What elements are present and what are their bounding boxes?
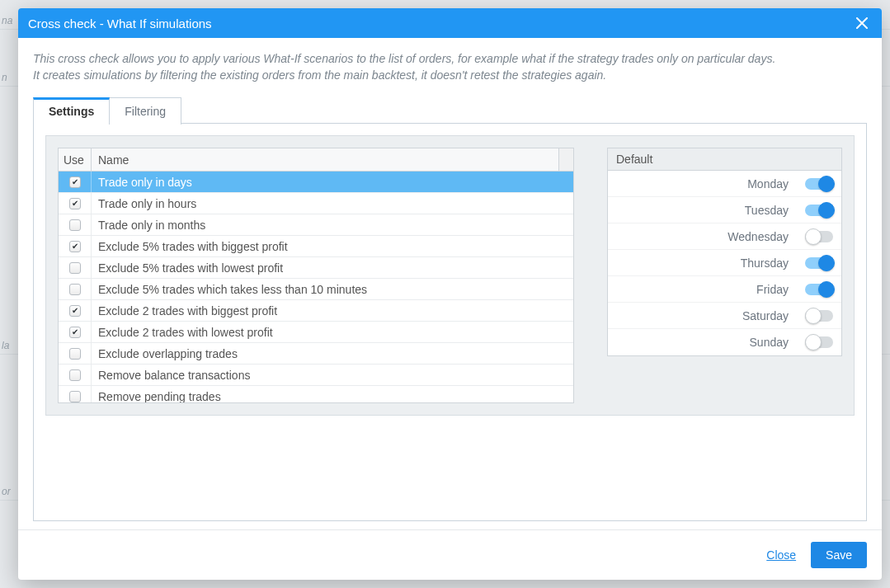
day-row: Saturday	[608, 303, 841, 329]
grid-cell-use	[59, 257, 92, 278]
day-row: Tuesday	[608, 197, 841, 223]
toggle-knob	[805, 334, 822, 350]
grid-cell-use	[59, 279, 92, 299]
dialog-title: Cross check - What If simulations	[28, 16, 852, 31]
grid-cell-use	[59, 236, 92, 256]
dialog-body: This cross check allows you to apply var…	[18, 38, 882, 529]
tabs: Settings Filtering	[33, 96, 867, 124]
day-label: Sunday	[616, 336, 805, 349]
toggle-knob	[805, 228, 822, 245]
settings-panel: Use Name Trade only in daysTrade only in…	[33, 123, 867, 521]
grid-cell-name: Remove balance transactions	[92, 365, 573, 385]
day-row: Monday	[608, 171, 841, 197]
grid-header: Use Name	[59, 148, 573, 172]
day-row: Friday	[608, 276, 841, 303]
use-checkbox[interactable]	[69, 219, 81, 231]
day-toggle[interactable]	[805, 231, 833, 242]
grid-cell-name: Exclude 5% trades with biggest profit	[92, 236, 573, 256]
grid-cell-name: Exclude overlapping trades	[92, 343, 573, 364]
grid-scroll-gutter-header	[558, 148, 573, 171]
whatif-grid: Use Name Trade only in daysTrade only in…	[58, 148, 574, 403]
grid-cell-name: Exclude 5% trades with lowest profit	[92, 257, 573, 278]
dialog-description: This cross check allows you to apply var…	[33, 51, 867, 83]
use-checkbox[interactable]	[69, 391, 81, 402]
grid-cell-use	[59, 214, 92, 235]
toggle-knob	[818, 202, 835, 219]
day-row: Thursday	[608, 250, 841, 276]
grid-cell-name: Exclude 2 trades with biggest profit	[92, 300, 573, 321]
grid-cell-use	[59, 193, 92, 214]
day-label: Tuesday	[616, 204, 805, 217]
grid-cell-name: Trade only in months	[92, 214, 573, 235]
toggle-knob	[805, 308, 822, 324]
day-toggle[interactable]	[805, 310, 833, 322]
grid-cell-name: Exclude 2 trades with lowest profit	[92, 322, 573, 342]
grid-cell-use	[59, 300, 92, 321]
settings-inner: Use Name Trade only in daysTrade only in…	[45, 135, 855, 416]
days-header: Default	[608, 148, 841, 171]
use-checkbox[interactable]	[69, 262, 81, 274]
day-row: Sunday	[608, 329, 841, 355]
grid-row[interactable]: Trade only in days	[59, 172, 573, 193]
col-header-use: Use	[59, 148, 92, 171]
grid-cell-use	[59, 322, 92, 342]
grid-cell-name: Remove pending trades	[92, 386, 573, 402]
grid-cell-use	[59, 172, 92, 192]
use-checkbox[interactable]	[69, 198, 81, 209]
use-checkbox[interactable]	[69, 305, 81, 317]
dialog-footer: Close Save	[18, 529, 882, 580]
day-toggle[interactable]	[805, 284, 833, 295]
day-label: Wednesday	[616, 230, 805, 243]
whatif-dialog: Cross check - What If simulations This c…	[18, 8, 882, 580]
grid-cell-use	[59, 365, 92, 385]
grid-cell-name: Exclude 5% trades which takes less than …	[92, 279, 573, 299]
grid-row[interactable]: Trade only in hours	[59, 193, 573, 214]
use-checkbox[interactable]	[69, 348, 81, 360]
day-label: Saturday	[616, 309, 805, 322]
day-label: Thursday	[616, 256, 805, 270]
col-header-name: Name	[92, 148, 558, 171]
day-toggle[interactable]	[805, 178, 833, 190]
close-icon[interactable]	[852, 13, 872, 33]
grid-row[interactable]: Remove pending trades	[59, 386, 573, 402]
use-checkbox[interactable]	[69, 327, 81, 338]
day-row: Wednesday	[608, 223, 841, 250]
use-checkbox[interactable]	[69, 241, 81, 252]
grid-cell-use	[59, 386, 92, 402]
use-checkbox[interactable]	[69, 369, 81, 381]
grid-row[interactable]: Exclude 5% trades with biggest profit	[59, 236, 573, 257]
day-toggle[interactable]	[805, 205, 833, 216]
toggle-knob	[818, 255, 835, 271]
desc-line-2: It creates simulations by filtering the …	[33, 68, 867, 84]
day-toggle[interactable]	[805, 257, 833, 269]
grid-body[interactable]: Trade only in daysTrade only in hoursTra…	[59, 172, 573, 402]
use-checkbox[interactable]	[69, 284, 81, 295]
use-checkbox[interactable]	[69, 176, 81, 188]
grid-cell-name: Trade only in days	[92, 172, 573, 192]
tab-filtering[interactable]: Filtering	[109, 97, 181, 125]
days-body: MondayTuesdayWednesdayThursdayFridaySatu…	[608, 171, 841, 355]
grid-row[interactable]: Exclude 5% trades with lowest profit	[59, 257, 573, 279]
save-button[interactable]: Save	[811, 542, 867, 568]
grid-cell-name: Trade only in hours	[92, 193, 573, 214]
day-toggle[interactable]	[805, 336, 833, 348]
toggle-knob	[818, 281, 835, 298]
grid-row[interactable]: Trade only in months	[59, 214, 573, 236]
grid-row[interactable]: Exclude overlapping trades	[59, 343, 573, 365]
day-label: Monday	[616, 177, 805, 191]
grid-row[interactable]: Exclude 2 trades with lowest profit	[59, 322, 573, 343]
grid-row[interactable]: Exclude 5% trades which takes less than …	[59, 279, 573, 300]
grid-cell-use	[59, 343, 92, 364]
toggle-knob	[818, 176, 835, 192]
close-button[interactable]: Close	[766, 548, 796, 562]
day-label: Friday	[616, 283, 805, 296]
dialog-header: Cross check - What If simulations	[18, 8, 882, 38]
tab-settings[interactable]: Settings	[33, 97, 110, 125]
grid-row[interactable]: Remove balance transactions	[59, 365, 573, 386]
desc-line-1: This cross check allows you to apply var…	[33, 51, 867, 68]
days-panel: Default MondayTuesdayWednesdayThursdayFr…	[607, 148, 842, 356]
grid-row[interactable]: Exclude 2 trades with biggest profit	[59, 300, 573, 322]
